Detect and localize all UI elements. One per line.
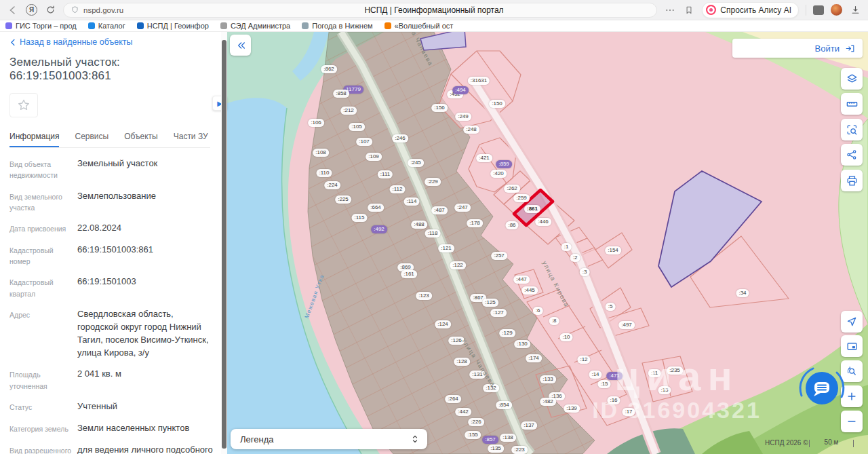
parcel-label[interactable]: :224 (324, 181, 340, 189)
parcel-label[interactable]: :442 (455, 408, 471, 416)
bookmark-item[interactable]: Погода в Нижнем (302, 22, 372, 30)
parcel-label[interactable]: :150 (489, 100, 505, 108)
parcel-label[interactable]: :86 (505, 221, 518, 229)
parcel-label[interactable]: :14 (589, 371, 601, 379)
parcel-label[interactable]: :225 (335, 195, 351, 204)
favorite-button[interactable] (9, 93, 38, 117)
login-button[interactable]: Войти (732, 39, 863, 58)
parcel-label[interactable]: :155 (465, 431, 481, 439)
parcel-label[interactable]: :494 (452, 86, 469, 94)
parcel-label[interactable]: :3 (580, 268, 590, 276)
share-button[interactable] (841, 144, 863, 166)
parcel-label[interactable]: :248 (463, 126, 479, 134)
parcel-label[interactable]: :124 (435, 320, 451, 328)
downloads-icon[interactable] (849, 4, 861, 16)
parcel-label[interactable]: :447 (513, 276, 530, 284)
parcel-label[interactable]: :235 (667, 366, 683, 375)
parcel-label[interactable]: :112 (390, 185, 406, 193)
parcel-label[interactable]: :114 (404, 197, 420, 206)
parcel-label[interactable]: :229 (425, 178, 441, 186)
parcel-label[interactable]: :497 (618, 321, 635, 329)
sidebar-panels-icon[interactable] (813, 5, 824, 15)
parcel-label[interactable]: :106 (308, 119, 324, 127)
measure-button[interactable] (841, 93, 863, 115)
parcel-label[interactable]: :161 (401, 270, 417, 278)
parcel-label[interactable]: :445 (521, 286, 538, 295)
parcel-label[interactable]: :125 (482, 299, 498, 307)
parcel-label[interactable]: :31631 (468, 77, 490, 85)
tab-Объекты[interactable]: Объекты (124, 129, 158, 147)
parcel-label[interactable]: :16 (607, 396, 620, 404)
back-icon[interactable] (7, 4, 19, 16)
parcel-label[interactable]: :212 (340, 107, 357, 115)
tab-Части ЗУ[interactable]: Части ЗУ (174, 129, 208, 147)
parcel-label[interactable]: :12 (577, 356, 590, 364)
parcel-label[interactable]: :128 (454, 358, 470, 366)
parcel-label[interactable]: :420 (490, 170, 507, 178)
parcel-label[interactable]: :259 (513, 194, 530, 202)
selected-parcel-label[interactable]: :861 (524, 205, 540, 213)
parcel-label[interactable]: :122 (450, 261, 466, 269)
parcel-label[interactable]: :118 (425, 229, 441, 238)
print-button[interactable] (841, 170, 863, 191)
parcel-label[interactable]: :446 (535, 218, 551, 226)
parcel-label[interactable]: :223 (511, 446, 528, 454)
more-menu-icon[interactable] (664, 4, 676, 16)
parcel-label[interactable]: :105 (349, 123, 365, 131)
minimap-button[interactable] (841, 335, 863, 357)
parcel-label[interactable]: :154 (605, 246, 621, 254)
profile-avatar[interactable] (831, 4, 842, 16)
parcel-label[interactable]: :107 (356, 138, 372, 146)
map-canvas[interactable]: :86211779:858:212:106:105:107:108:109:24… (227, 32, 868, 454)
layers-button[interactable] (841, 68, 863, 90)
ask-alice-button[interactable]: Спросить Алису AI (702, 2, 799, 18)
panel-scrollbar[interactable] (221, 32, 227, 454)
parcel-label[interactable]: :133 (540, 375, 556, 383)
geolocation-button[interactable] (841, 311, 863, 333)
parcel-label[interactable]: :858 (333, 90, 349, 98)
parcel-label[interactable]: :138 (500, 434, 516, 442)
scrollbar-thumb[interactable] (222, 40, 226, 449)
parcel-label[interactable]: :245 (408, 159, 424, 167)
parcel-label[interactable]: :2 (570, 254, 580, 262)
parcel-label[interactable]: :127 (490, 309, 507, 317)
area-search-button[interactable] (841, 119, 863, 140)
parcel-label[interactable]: :156 (431, 104, 448, 112)
parcel-label[interactable]: :110 (317, 169, 332, 177)
parcel-label[interactable]: :174 (526, 354, 542, 362)
parcel-label[interactable]: :854 (496, 401, 512, 409)
parcel-label[interactable]: :246 (392, 134, 408, 143)
parcel-label[interactable]: :247 (454, 204, 471, 212)
chat-widget-button[interactable] (796, 362, 848, 414)
parcel-label[interactable]: :111 (378, 170, 393, 178)
back-to-results-link[interactable]: Назад в найденные объекты (9, 37, 214, 47)
parcel-label[interactable]: :11 (648, 369, 661, 377)
parcel-label[interactable]: :137 (521, 421, 537, 430)
parcel-label[interactable]: :34 (736, 289, 749, 297)
parcel-label[interactable]: :178 (467, 219, 483, 227)
refresh-icon[interactable] (44, 4, 56, 16)
yandex-logo-icon[interactable]: Я (26, 4, 37, 16)
parcel-label[interactable]: :130 (514, 340, 530, 348)
parcel-label[interactable]: :482 (540, 398, 556, 406)
parcel-label[interactable]: :15 (597, 380, 610, 388)
collapse-panel-button[interactable] (230, 35, 251, 56)
parcel-label[interactable]: :249 (455, 113, 471, 121)
tab-Сервисы[interactable]: Сервисы (75, 129, 108, 147)
parcel-label[interactable]: :421 (476, 154, 492, 162)
bookmark-item[interactable]: Каталог (88, 22, 125, 30)
parcel-label[interactable]: :139 (564, 404, 580, 413)
tab-Информация[interactable]: Информация (9, 129, 59, 147)
parcel-label[interactable]: :857 (482, 436, 498, 444)
parcel-label[interactable]: :262 (504, 185, 520, 193)
parcel-label[interactable]: :17 (622, 408, 635, 416)
bookmark-flag-icon[interactable] (683, 4, 695, 16)
address-bar[interactable]: nspd.gov.ru (63, 3, 657, 18)
parcel-label[interactable]: :129 (499, 329, 515, 337)
parcel-label[interactable]: :6 (533, 307, 543, 315)
parcel-label[interactable]: :135 (488, 444, 504, 453)
parcel-label[interactable]: :108 (313, 149, 329, 157)
parcel-label[interactable]: :492 (371, 225, 387, 233)
bookmark-item[interactable]: СЭД Администра (220, 22, 290, 30)
parcel-label[interactable]: :109 (366, 153, 382, 161)
